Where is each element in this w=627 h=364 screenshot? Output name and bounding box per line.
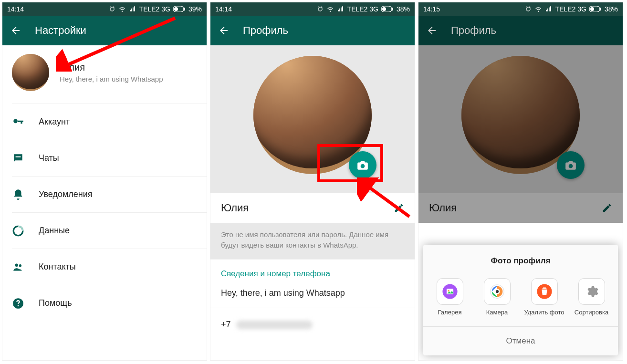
back-arrow-icon[interactable] <box>10 25 21 36</box>
header-title: Профиль <box>451 24 496 37</box>
change-photo-button <box>557 151 585 179</box>
name-row[interactable]: Юлия <box>210 193 415 223</box>
status-bar: 14:14 TELE2 3G 38% <box>210 2 415 16</box>
battery-percent: 38% <box>605 5 618 13</box>
menu-label: Контакты <box>39 262 76 272</box>
svg-point-18 <box>448 290 449 291</box>
app-header: Профиль <box>418 16 623 45</box>
profile-photo-section <box>210 45 415 193</box>
option-label: Галерея <box>438 309 462 316</box>
carrier-label: TELE2 3G <box>347 5 378 13</box>
name-row: Юлия <box>418 193 623 223</box>
svg-point-22 <box>495 290 498 293</box>
menu-account[interactable]: Аккаунт <box>12 104 207 140</box>
back-arrow-icon[interactable] <box>426 25 438 36</box>
profile-status: Hey, there, i am using Whatsapp <box>60 75 163 83</box>
phone-prefix: +7 <box>221 320 231 329</box>
app-header: Профиль <box>210 16 415 45</box>
svg-point-5 <box>15 263 19 267</box>
svg-rect-1 <box>174 7 178 11</box>
pencil-icon[interactable] <box>394 203 404 213</box>
back-arrow-icon[interactable] <box>218 25 230 36</box>
about-value[interactable]: Hey, there, i am using Whatsapp <box>210 282 415 308</box>
header-title: Профиль <box>243 24 288 37</box>
signal-icon <box>129 6 136 12</box>
svg-rect-2 <box>184 8 185 10</box>
dialog-option-sort[interactable]: Сортировка <box>570 278 613 316</box>
menu-notifications[interactable]: Уведомления <box>12 176 207 212</box>
screen-profile: 14:14 TELE2 3G 38% Профиль Юлия Это не и… <box>210 2 415 361</box>
change-photo-button[interactable] <box>349 151 376 179</box>
status-time: 14:15 <box>423 5 440 13</box>
dialog-option-camera[interactable]: Камера <box>476 278 519 316</box>
option-label: Удалить фото <box>524 309 564 316</box>
wifi-icon <box>118 6 126 12</box>
key-icon <box>12 116 24 128</box>
menu-label: Уведомления <box>39 189 93 199</box>
svg-rect-11 <box>382 7 386 11</box>
menu-label: Помощь <box>39 298 72 308</box>
svg-rect-15 <box>600 8 601 10</box>
option-label: Сортировка <box>575 309 608 316</box>
svg-rect-12 <box>392 8 393 10</box>
name-value: Юлия <box>429 202 457 214</box>
alarm-icon <box>317 6 324 12</box>
status-time: 14:14 <box>215 5 232 13</box>
menu-label: Чаты <box>39 153 59 163</box>
status-bar: 14:14 TELE2 3G 39% <box>2 2 207 16</box>
dialog-option-delete[interactable]: Удалить фото <box>523 278 566 316</box>
screen-profile-dialog: 14:15 TELE2 3G 38% Профиль Юлия Фото про… <box>418 2 623 361</box>
carrier-label: TELE2 3G <box>555 5 586 13</box>
phone-number-redacted <box>236 321 313 329</box>
camera-color-icon <box>484 278 511 305</box>
gear-icon <box>578 278 605 305</box>
contacts-icon <box>12 261 24 273</box>
dialog-cancel-button[interactable]: Отмена <box>423 326 618 355</box>
option-label: Камера <box>486 309 508 316</box>
trash-icon <box>531 278 558 305</box>
data-icon <box>12 225 24 237</box>
battery-icon <box>589 6 602 12</box>
svg-point-6 <box>19 264 21 267</box>
menu-contacts[interactable]: Контакты <box>12 249 207 285</box>
alarm-icon <box>525 6 532 12</box>
gallery-icon <box>437 278 463 305</box>
carrier-label: TELE2 3G <box>139 5 170 13</box>
svg-rect-3 <box>16 156 21 157</box>
help-icon <box>12 297 24 310</box>
battery-icon <box>381 6 394 12</box>
wifi-icon <box>534 6 542 12</box>
menu-chats[interactable]: Чаты <box>12 140 207 176</box>
avatar[interactable] <box>12 54 49 91</box>
section-about-phone: Сведения и номер телефона <box>210 259 415 282</box>
menu-help[interactable]: Помощь <box>12 285 207 321</box>
alarm-icon <box>109 6 115 12</box>
menu-label: Данные <box>39 226 70 236</box>
photo-dialog: Фото профиля Галерея Камера Удалить фото <box>423 245 618 355</box>
name-hint: Это не имя пользователя или пароль. Данн… <box>210 223 415 259</box>
header-title: Настройки <box>35 24 86 37</box>
camera-icon <box>564 159 577 171</box>
profile-row[interactable]: Юлия Hey, there, i am using Whatsapp <box>2 45 207 104</box>
settings-menu: Аккаунт Чаты Уведомления Данные Контакты… <box>2 104 207 321</box>
battery-icon <box>173 6 186 12</box>
phone-row[interactable]: +7 <box>210 308 415 339</box>
svg-rect-14 <box>590 7 594 11</box>
menu-label: Аккаунт <box>39 117 70 127</box>
status-bar: 14:15 TELE2 3G 38% <box>418 2 623 16</box>
menu-data[interactable]: Данные <box>12 212 207 249</box>
svg-point-8 <box>18 305 19 306</box>
profile-info: Юлия Hey, there, i am using Whatsapp <box>60 62 163 83</box>
dialog-option-gallery[interactable]: Галерея <box>428 278 471 316</box>
battery-percent: 39% <box>188 5 202 13</box>
app-header: Настройки <box>2 16 207 45</box>
screen-settings: 14:14 TELE2 3G 39% Настройки Юлия Hey, t… <box>2 2 207 361</box>
camera-icon <box>356 159 369 171</box>
status-time: 14:14 <box>7 5 24 13</box>
pencil-icon <box>602 203 612 213</box>
signal-icon <box>545 6 553 12</box>
dialog-options: Галерея Камера Удалить фото Сортировка <box>423 270 618 326</box>
wifi-icon <box>326 6 334 12</box>
dialog-title: Фото профиля <box>423 245 618 270</box>
profile-name: Юлия <box>60 62 163 73</box>
